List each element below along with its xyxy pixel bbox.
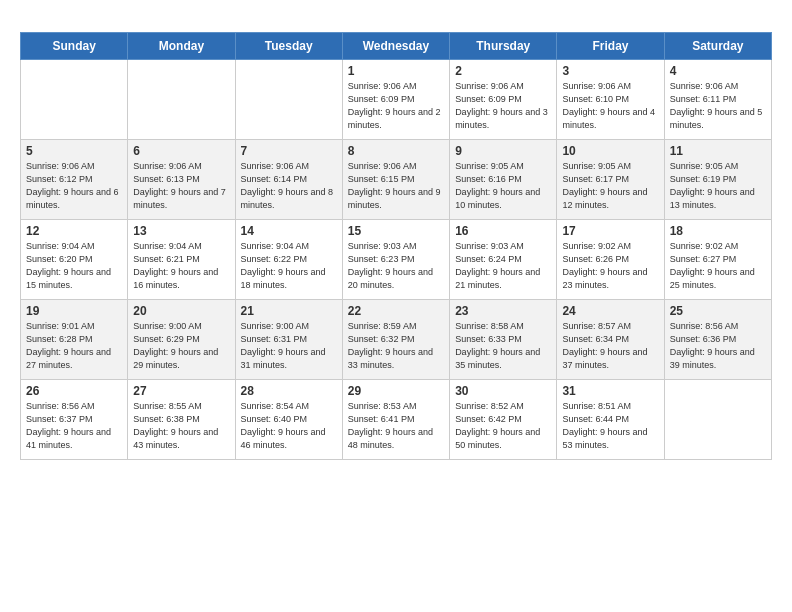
day-info: Sunrise: 9:06 AM Sunset: 6:14 PM Dayligh… [241,160,337,212]
day-number: 2 [455,64,551,78]
day-cell: 12Sunrise: 9:04 AM Sunset: 6:20 PM Dayli… [21,220,128,300]
day-cell: 1Sunrise: 9:06 AM Sunset: 6:09 PM Daylig… [342,60,449,140]
day-info: Sunrise: 9:00 AM Sunset: 6:31 PM Dayligh… [241,320,337,372]
day-info: Sunrise: 8:57 AM Sunset: 6:34 PM Dayligh… [562,320,658,372]
weekday-header-friday: Friday [557,33,664,60]
day-number: 21 [241,304,337,318]
day-cell: 11Sunrise: 9:05 AM Sunset: 6:19 PM Dayli… [664,140,771,220]
day-number: 24 [562,304,658,318]
day-info: Sunrise: 8:52 AM Sunset: 6:42 PM Dayligh… [455,400,551,452]
day-info: Sunrise: 9:06 AM Sunset: 6:09 PM Dayligh… [348,80,444,132]
day-number: 4 [670,64,766,78]
day-cell: 25Sunrise: 8:56 AM Sunset: 6:36 PM Dayli… [664,300,771,380]
day-cell: 22Sunrise: 8:59 AM Sunset: 6:32 PM Dayli… [342,300,449,380]
day-number: 16 [455,224,551,238]
day-cell [21,60,128,140]
day-cell: 4Sunrise: 9:06 AM Sunset: 6:11 PM Daylig… [664,60,771,140]
day-number: 8 [348,144,444,158]
weekday-header-tuesday: Tuesday [235,33,342,60]
day-info: Sunrise: 9:06 AM Sunset: 6:13 PM Dayligh… [133,160,229,212]
day-info: Sunrise: 9:02 AM Sunset: 6:26 PM Dayligh… [562,240,658,292]
day-number: 3 [562,64,658,78]
day-info: Sunrise: 9:05 AM Sunset: 6:19 PM Dayligh… [670,160,766,212]
day-cell: 10Sunrise: 9:05 AM Sunset: 6:17 PM Dayli… [557,140,664,220]
weekday-header-thursday: Thursday [450,33,557,60]
day-cell: 8Sunrise: 9:06 AM Sunset: 6:15 PM Daylig… [342,140,449,220]
weekday-header-sunday: Sunday [21,33,128,60]
day-number: 13 [133,224,229,238]
day-number: 25 [670,304,766,318]
day-info: Sunrise: 9:06 AM Sunset: 6:12 PM Dayligh… [26,160,122,212]
day-cell: 27Sunrise: 8:55 AM Sunset: 6:38 PM Dayli… [128,380,235,460]
day-number: 15 [348,224,444,238]
day-number: 17 [562,224,658,238]
day-cell: 21Sunrise: 9:00 AM Sunset: 6:31 PM Dayli… [235,300,342,380]
day-cell: 7Sunrise: 9:06 AM Sunset: 6:14 PM Daylig… [235,140,342,220]
day-number: 29 [348,384,444,398]
calendar: SundayMondayTuesdayWednesdayThursdayFrid… [20,32,772,460]
day-info: Sunrise: 9:04 AM Sunset: 6:22 PM Dayligh… [241,240,337,292]
week-row-5: 26Sunrise: 8:56 AM Sunset: 6:37 PM Dayli… [21,380,772,460]
day-cell: 24Sunrise: 8:57 AM Sunset: 6:34 PM Dayli… [557,300,664,380]
day-info: Sunrise: 9:03 AM Sunset: 6:24 PM Dayligh… [455,240,551,292]
week-row-1: 1Sunrise: 9:06 AM Sunset: 6:09 PM Daylig… [21,60,772,140]
day-number: 30 [455,384,551,398]
day-info: Sunrise: 9:03 AM Sunset: 6:23 PM Dayligh… [348,240,444,292]
day-info: Sunrise: 9:06 AM Sunset: 6:09 PM Dayligh… [455,80,551,132]
day-number: 6 [133,144,229,158]
day-info: Sunrise: 8:51 AM Sunset: 6:44 PM Dayligh… [562,400,658,452]
day-cell: 31Sunrise: 8:51 AM Sunset: 6:44 PM Dayli… [557,380,664,460]
day-cell: 13Sunrise: 9:04 AM Sunset: 6:21 PM Dayli… [128,220,235,300]
day-number: 27 [133,384,229,398]
page: General Blue SundayMondayTuesdayWednesda… [0,0,792,470]
day-info: Sunrise: 8:55 AM Sunset: 6:38 PM Dayligh… [133,400,229,452]
day-info: Sunrise: 9:05 AM Sunset: 6:17 PM Dayligh… [562,160,658,212]
weekday-header-wednesday: Wednesday [342,33,449,60]
day-info: Sunrise: 9:05 AM Sunset: 6:16 PM Dayligh… [455,160,551,212]
day-number: 10 [562,144,658,158]
day-info: Sunrise: 8:56 AM Sunset: 6:36 PM Dayligh… [670,320,766,372]
week-row-4: 19Sunrise: 9:01 AM Sunset: 6:28 PM Dayli… [21,300,772,380]
weekday-header-row: SundayMondayTuesdayWednesdayThursdayFrid… [21,33,772,60]
day-cell: 18Sunrise: 9:02 AM Sunset: 6:27 PM Dayli… [664,220,771,300]
day-number: 26 [26,384,122,398]
day-info: Sunrise: 8:53 AM Sunset: 6:41 PM Dayligh… [348,400,444,452]
weekday-header-monday: Monday [128,33,235,60]
day-cell: 6Sunrise: 9:06 AM Sunset: 6:13 PM Daylig… [128,140,235,220]
day-cell: 15Sunrise: 9:03 AM Sunset: 6:23 PM Dayli… [342,220,449,300]
day-cell [128,60,235,140]
day-number: 31 [562,384,658,398]
day-cell: 20Sunrise: 9:00 AM Sunset: 6:29 PM Dayli… [128,300,235,380]
weekday-header-saturday: Saturday [664,33,771,60]
day-cell [664,380,771,460]
day-number: 18 [670,224,766,238]
day-cell: 2Sunrise: 9:06 AM Sunset: 6:09 PM Daylig… [450,60,557,140]
day-info: Sunrise: 8:54 AM Sunset: 6:40 PM Dayligh… [241,400,337,452]
day-cell: 17Sunrise: 9:02 AM Sunset: 6:26 PM Dayli… [557,220,664,300]
day-info: Sunrise: 8:58 AM Sunset: 6:33 PM Dayligh… [455,320,551,372]
day-info: Sunrise: 9:06 AM Sunset: 6:15 PM Dayligh… [348,160,444,212]
day-cell: 26Sunrise: 8:56 AM Sunset: 6:37 PM Dayli… [21,380,128,460]
day-number: 1 [348,64,444,78]
day-info: Sunrise: 9:06 AM Sunset: 6:10 PM Dayligh… [562,80,658,132]
day-number: 22 [348,304,444,318]
week-row-3: 12Sunrise: 9:04 AM Sunset: 6:20 PM Dayli… [21,220,772,300]
day-number: 11 [670,144,766,158]
day-info: Sunrise: 9:01 AM Sunset: 6:28 PM Dayligh… [26,320,122,372]
day-cell: 23Sunrise: 8:58 AM Sunset: 6:33 PM Dayli… [450,300,557,380]
day-cell: 28Sunrise: 8:54 AM Sunset: 6:40 PM Dayli… [235,380,342,460]
day-cell: 3Sunrise: 9:06 AM Sunset: 6:10 PM Daylig… [557,60,664,140]
day-info: Sunrise: 8:56 AM Sunset: 6:37 PM Dayligh… [26,400,122,452]
day-info: Sunrise: 9:04 AM Sunset: 6:20 PM Dayligh… [26,240,122,292]
day-number: 5 [26,144,122,158]
day-cell: 29Sunrise: 8:53 AM Sunset: 6:41 PM Dayli… [342,380,449,460]
day-info: Sunrise: 9:02 AM Sunset: 6:27 PM Dayligh… [670,240,766,292]
day-info: Sunrise: 9:06 AM Sunset: 6:11 PM Dayligh… [670,80,766,132]
day-cell: 30Sunrise: 8:52 AM Sunset: 6:42 PM Dayli… [450,380,557,460]
day-number: 20 [133,304,229,318]
day-cell: 19Sunrise: 9:01 AM Sunset: 6:28 PM Dayli… [21,300,128,380]
day-number: 28 [241,384,337,398]
day-number: 14 [241,224,337,238]
day-number: 7 [241,144,337,158]
day-number: 23 [455,304,551,318]
